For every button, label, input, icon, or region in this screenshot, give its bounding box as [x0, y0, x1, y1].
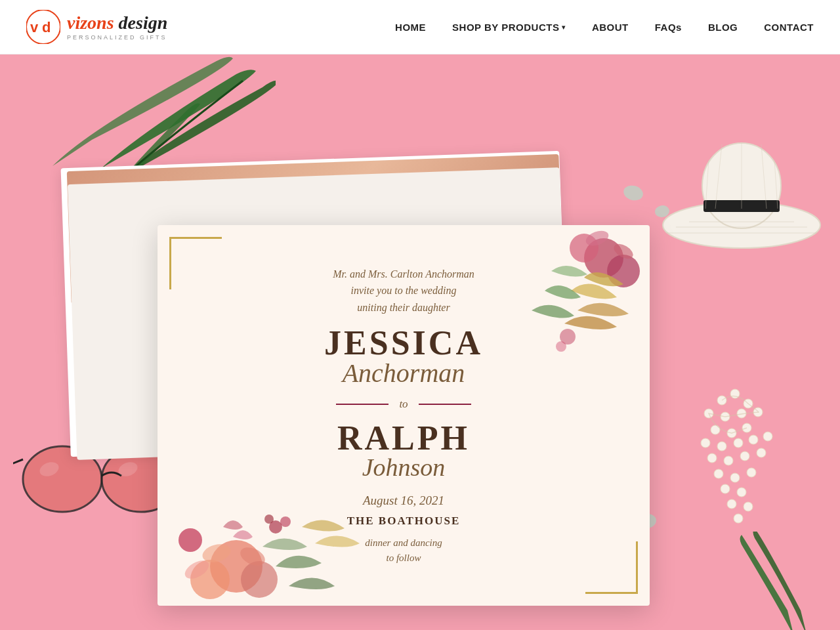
svg-point-32 [757, 448, 766, 457]
svg-point-49 [607, 255, 640, 287]
svg-text:d: d [42, 19, 51, 35]
svg-point-54 [210, 540, 262, 593]
wedding-date: August 16, 2021 [363, 494, 444, 508]
svg-point-29 [707, 453, 717, 463]
svg-point-31 [740, 452, 749, 461]
corner-decoration-top-left [169, 237, 222, 289]
to-text: to [399, 398, 408, 411]
invitation-card: Mr. and Mrs. Carlton Anchorman invite yo… [158, 225, 650, 606]
svg-text:v: v [30, 19, 39, 35]
wedding-venue: THE BOATHOUSE [347, 514, 461, 528]
svg-point-28 [763, 432, 772, 441]
groom-first-name: RALPH [337, 421, 470, 455]
svg-point-33 [714, 469, 723, 478]
svg-point-55 [190, 560, 230, 599]
svg-point-36 [721, 484, 730, 494]
nav-blog[interactable]: BLOG [708, 22, 738, 33]
to-separator: to [336, 398, 471, 411]
svg-point-52 [560, 329, 576, 345]
svg-line-43 [13, 459, 23, 466]
svg-point-61 [269, 520, 282, 534]
svg-point-47 [584, 238, 623, 278]
svg-point-34 [730, 473, 740, 482]
svg-point-37 [737, 488, 746, 497]
nav-shop-dropdown[interactable]: SHOP BY PRODUCTS ▾ [452, 22, 566, 33]
hero-section: Mr. and Mrs. Carlton Anchorman invite yo… [0, 54, 840, 630]
svg-point-57 [200, 541, 232, 566]
sun-hat-icon [656, 107, 827, 278]
svg-point-62 [280, 516, 291, 527]
bride-last-name: Anchorman [324, 358, 483, 388]
logo-area[interactable]: v d vizons design PERSONALIZED GIFTS [26, 10, 167, 44]
floral-top-right-icon [466, 225, 650, 396]
wedding-note: dinner and dancing to follow [365, 536, 442, 565]
svg-point-27 [749, 435, 758, 444]
svg-point-63 [264, 514, 274, 524]
logo-icon: v d [26, 10, 60, 44]
svg-point-24 [701, 438, 710, 448]
corner-decoration-bottom-right [585, 541, 638, 594]
svg-point-30 [724, 456, 733, 465]
card-content: Mr. and Mrs. Carlton Anchorman invite yo… [324, 266, 483, 566]
logo-tagline: PERSONALIZED GIFTS [67, 34, 167, 41]
svg-point-60 [178, 528, 202, 552]
bride-first-name: JESSICA [324, 326, 483, 360]
nav-about[interactable]: ABOUT [592, 22, 629, 33]
svg-point-35 [747, 468, 756, 477]
logo-text-area: vizons design PERSONALIZED GIFTS [67, 13, 167, 41]
svg-point-53 [556, 341, 566, 352]
svg-point-39 [744, 502, 753, 511]
groom-name-block: RALPH Johnson [337, 421, 470, 482]
nav-shop[interactable]: SHOP BY PRODUCTS ▾ [452, 22, 566, 33]
separator-line-right [419, 404, 471, 405]
svg-point-51 [612, 241, 636, 262]
svg-point-40 [734, 514, 743, 523]
svg-point-58 [238, 544, 268, 570]
svg-point-59 [182, 556, 212, 582]
nav-home[interactable]: HOME [395, 22, 426, 33]
invite-intro: Mr. and Mrs. Carlton Anchorman invite yo… [333, 266, 474, 316]
svg-point-25 [717, 442, 726, 451]
chevron-down-icon: ▾ [562, 24, 566, 31]
svg-point-48 [570, 234, 598, 262]
nav-faqs[interactable]: FAQs [655, 22, 682, 33]
groom-last-name: Johnson [337, 453, 470, 482]
svg-point-50 [584, 228, 611, 248]
nav-contact[interactable]: CONTACT [764, 22, 814, 33]
svg-point-38 [727, 499, 736, 509]
site-header: v d vizons design PERSONALIZED GIFTS HOM… [0, 0, 840, 54]
main-nav: HOME SHOP BY PRODUCTS ▾ ABOUT FAQs BLOG … [395, 22, 814, 33]
pearl-necklace-icon [669, 381, 801, 578]
separator-line-left [336, 404, 388, 405]
svg-point-56 [241, 561, 278, 598]
bride-name-block: JESSICA Anchorman [324, 326, 483, 388]
logo-brand: vizons design [67, 13, 167, 33]
svg-point-26 [734, 438, 743, 448]
